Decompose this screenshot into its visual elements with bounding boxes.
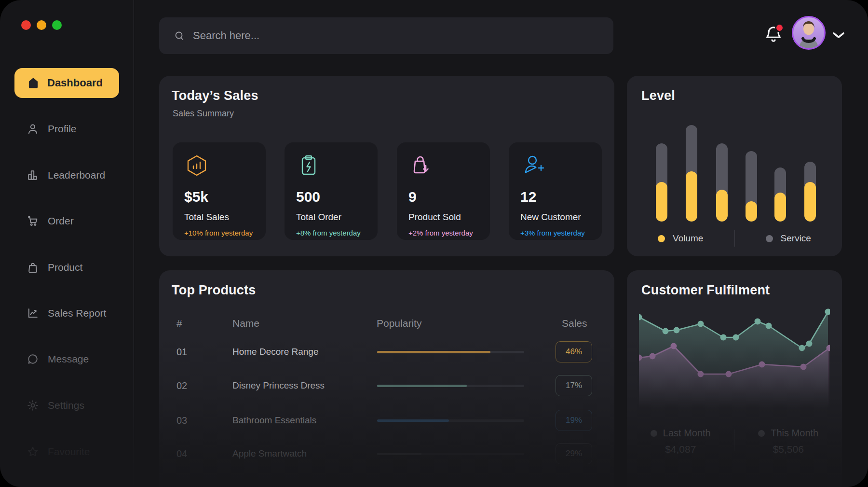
todays-sales-title: Today’s Sales: [172, 88, 258, 103]
stat-delta: +2% from yesterday: [408, 229, 490, 237]
col-header-num: #: [176, 318, 182, 329]
bag-arrow-down-icon: [408, 153, 434, 178]
sales-badge: 29%: [556, 443, 592, 464]
search-input[interactable]: Search here...: [159, 17, 613, 54]
stat-value: 9: [408, 189, 490, 205]
table-row[interactable]: 03 Bathroom Essentials 19%: [159, 415, 614, 436]
top-products-card: Top Products # Name Popularity Sales 01 …: [159, 270, 614, 487]
close-window-button[interactable]: [21, 20, 31, 30]
last-month-dot: [651, 430, 657, 437]
row-number: 01: [176, 347, 187, 358]
bar-chart-icon: [27, 169, 39, 181]
window-controls: [21, 20, 62, 30]
popularity-bar: [377, 419, 524, 422]
stat-card-total-order[interactable]: 500 Total Order +8% from yesterday: [285, 142, 378, 240]
table-row[interactable]: 01 Home Decore Range 46%: [159, 347, 614, 368]
bag-icon: [27, 261, 39, 274]
product-name: Bathroom Essentials: [232, 415, 316, 426]
user-avatar[interactable]: [792, 16, 826, 50]
sidebar-item-label: Product: [48, 262, 82, 273]
volume-dot: [658, 235, 665, 242]
popularity-bar: [377, 385, 524, 387]
notification-badge: [775, 23, 784, 32]
service-dot: [766, 235, 773, 242]
legend-label: Service: [781, 233, 811, 244]
stat-delta: +10% from yesterday: [184, 229, 266, 237]
legend-this-month: This Month $5,506: [735, 428, 842, 455]
minimize-window-button[interactable]: [37, 20, 46, 30]
sidebar-item-order[interactable]: Order: [27, 211, 74, 231]
level-title: Level: [641, 88, 675, 103]
zoom-window-button[interactable]: [52, 20, 62, 30]
this-month-dot: [758, 430, 765, 437]
dashboard-app: Dashboard Profile Leaderboard Order: [0, 0, 868, 487]
customer-fulfilment-title: Customer Fulfilment: [641, 283, 770, 298]
this-month-value: $5,506: [773, 444, 804, 455]
clipboard-bolt-icon: [296, 153, 321, 178]
hexagon-bars-icon: [184, 153, 209, 178]
search-icon: [174, 30, 185, 42]
row-number: 02: [176, 380, 187, 391]
fulfilment-area-chart: [639, 298, 830, 425]
sales-badge: 19%: [556, 410, 592, 431]
sidebar-item-label: Sales Report: [48, 307, 106, 319]
top-products-title: Top Products: [172, 283, 256, 298]
home-icon: [27, 77, 40, 89]
row-number: 03: [176, 415, 187, 426]
chevron-down-icon[interactable]: [831, 31, 846, 40]
sidebar-item-label: Order: [48, 215, 74, 227]
sidebar-item-dashboard[interactable]: Dashboard: [14, 68, 119, 98]
stat-value: $5k: [184, 189, 266, 205]
notifications-button[interactable]: [764, 24, 784, 45]
level-legend: Volume Service: [627, 230, 842, 247]
stat-delta: +3% from yesterday: [520, 229, 602, 237]
legend-label: Volume: [673, 233, 703, 244]
stat-value: 12: [520, 189, 602, 205]
user-icon: [27, 123, 39, 135]
todays-sales-card: Today’s Sales Sales Summary $5k Total Sa…: [159, 76, 614, 256]
table-row[interactable]: 02 Disney Princess Dress 17%: [159, 380, 614, 402]
customer-fulfilment-card: Customer Fulfilment Last Month: [627, 270, 842, 487]
level-card: Level Volume Service: [627, 76, 842, 256]
stat-card-new-customer[interactable]: 12 New Customer +3% from yesterday: [509, 142, 602, 240]
legend-last-month: Last Month $4,087: [627, 428, 734, 455]
sidebar-item-message[interactable]: Message: [27, 349, 89, 369]
col-header-popularity: Popularity: [377, 318, 421, 329]
stat-card-total-sales[interactable]: $5k Total Sales +10% from yesterday: [173, 142, 266, 240]
sidebar-item-label: Favourite: [48, 446, 90, 458]
app-window: Dashboard Profile Leaderboard Order: [0, 0, 868, 487]
product-name: Disney Princess Dress: [232, 380, 325, 391]
fulfilment-legend: Last Month $4,087 This Month $5,506: [627, 428, 842, 455]
sidebar-item-profile[interactable]: Profile: [27, 119, 77, 139]
sidebar-item-settings[interactable]: Settings: [27, 396, 84, 415]
legend-label: This Month: [771, 428, 818, 439]
sales-badge: 17%: [556, 375, 592, 396]
sidebar-item-product[interactable]: Product: [27, 258, 82, 277]
user-plus-icon: [520, 153, 545, 178]
todays-sales-subtitle: Sales Summary: [173, 109, 234, 119]
sidebar-item-favourite[interactable]: Favourite: [27, 442, 90, 461]
last-month-value: $4,087: [665, 444, 696, 455]
stat-card-product-sold[interactable]: 9 Product Sold +2% from yesterday: [397, 142, 490, 240]
cart-icon: [27, 215, 39, 227]
legend-label: Last Month: [663, 428, 711, 439]
sidebar-item-label: Profile: [48, 123, 77, 135]
col-header-name: Name: [232, 318, 259, 329]
table-row[interactable]: 04 Apple Smartwatch 29%: [159, 448, 614, 470]
stat-label: Total Order: [296, 212, 378, 223]
sidebar-divider: [134, 0, 134, 487]
stat-delta: +8% from yesterday: [296, 229, 378, 237]
row-number: 04: [176, 448, 187, 459]
product-name: Apple Smartwatch: [232, 448, 307, 459]
legend-service: Service: [735, 230, 842, 247]
col-header-sales: Sales: [562, 318, 587, 329]
sidebar-item-label: Dashboard: [47, 77, 103, 89]
popularity-bar: [377, 351, 524, 353]
stat-label: New Customer: [520, 212, 602, 223]
sidebar-item-sales-report[interactable]: Sales Report: [27, 304, 106, 323]
level-bar-chart: [656, 125, 829, 222]
sidebar-item-leaderboard[interactable]: Leaderboard: [27, 166, 105, 185]
gear-icon: [27, 399, 39, 412]
stat-label: Product Sold: [408, 212, 490, 223]
chat-icon: [27, 353, 39, 365]
